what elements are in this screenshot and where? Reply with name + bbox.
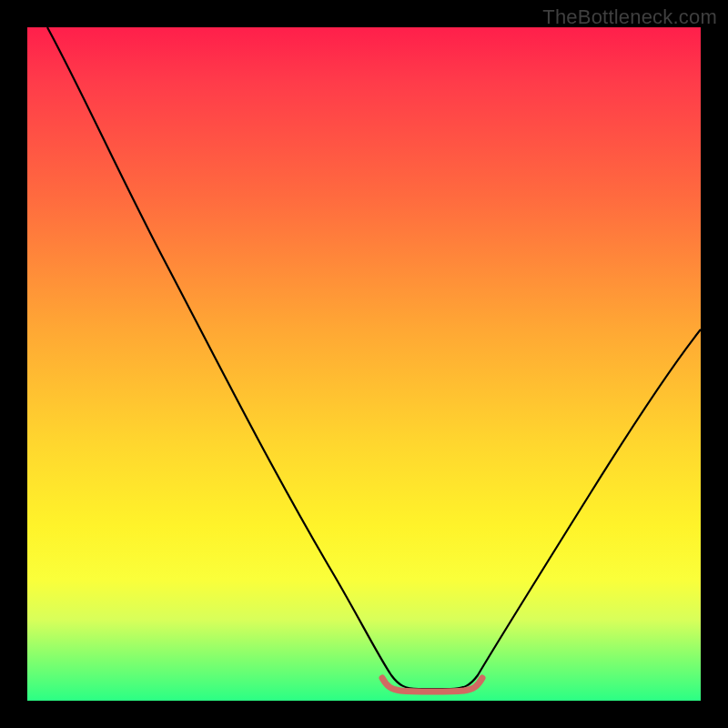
chart-frame: TheBottleneck.com xyxy=(0,0,728,728)
plot-area xyxy=(27,27,701,701)
watermark-text: TheBottleneck.com xyxy=(542,5,717,29)
bottleneck-curve xyxy=(47,27,701,689)
curve-svg xyxy=(27,27,701,701)
